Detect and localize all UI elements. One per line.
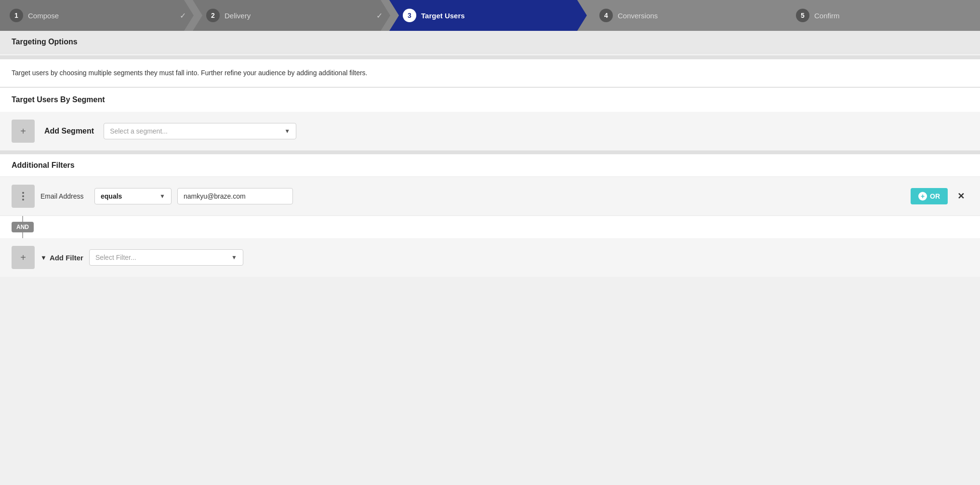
add-filter-icon[interactable]: + xyxy=(12,246,35,269)
segment-add-icon[interactable]: + xyxy=(12,120,35,143)
checkmark-delivery: ✓ xyxy=(376,11,383,20)
operator-dropdown[interactable]: equals ▼ xyxy=(94,188,172,204)
operator-dropdown-arrow: ▼ xyxy=(159,193,165,200)
step-number-1: 1 xyxy=(10,9,23,22)
filter-placeholder: Select Filter... xyxy=(95,254,136,261)
filter-name-email: Email Address xyxy=(40,192,89,200)
remove-filter-button[interactable]: ✕ xyxy=(954,189,968,203)
segment-section-header: Target Users By Segment xyxy=(0,88,980,112)
additional-filters-section: Additional Filters Email Address equals … xyxy=(0,154,980,277)
step-number-2: 2 xyxy=(206,9,220,22)
filter-value-input[interactable] xyxy=(177,188,293,204)
filter-drag-handle[interactable] xyxy=(12,185,35,208)
add-filter-text: Add Filter xyxy=(50,254,83,262)
step-label-target-users: Target Users xyxy=(421,12,465,20)
step-number-5: 5 xyxy=(796,9,809,22)
segment-placeholder: Select a segment... xyxy=(110,127,168,135)
wizard-step-conversions[interactable]: 4 Conversions xyxy=(586,0,783,31)
section-divider-1 xyxy=(0,55,980,59)
add-segment-label: Add Segment xyxy=(44,127,94,135)
checkmark-compose: ✓ xyxy=(180,11,186,20)
step-number-4: 4 xyxy=(599,9,613,22)
filters-section-header: Additional Filters xyxy=(0,154,980,177)
targeting-options-header: Targeting Options xyxy=(0,31,980,54)
and-badge: AND xyxy=(12,222,34,232)
filter-dropdown[interactable]: Select Filter... ▼ xyxy=(89,249,243,266)
targeting-options-title: Targeting Options xyxy=(12,38,78,46)
filters-section-title: Additional Filters xyxy=(12,161,75,169)
segment-dropdown-arrow: ▼ xyxy=(284,128,290,135)
description-text: Target users by choosing multiple segmen… xyxy=(12,69,368,77)
connector-line-bottom xyxy=(22,232,23,238)
add-segment-row: + Add Segment Select a segment... ▼ xyxy=(0,112,980,150)
connector-line-top xyxy=(22,216,23,222)
description-section: Target users by choosing multiple segmen… xyxy=(0,59,980,87)
filter-dropdown-arrow: ▼ xyxy=(231,254,237,261)
step-number-3: 3 xyxy=(403,9,416,22)
or-button[interactable]: + OR xyxy=(911,188,948,204)
step-label-delivery: Delivery xyxy=(225,12,251,20)
wizard-step-target-users[interactable]: 3 Target Users xyxy=(389,0,587,31)
add-filter-row: + ▼ Add Filter Select Filter... ▼ xyxy=(0,238,980,277)
wizard-bar: 1 Compose ✓ 2 Delivery ✓ 3 Target Users … xyxy=(0,0,980,31)
step-label-confirm: Confirm xyxy=(814,12,840,20)
target-by-segment-section: Target Users By Segment + Add Segment Se… xyxy=(0,87,980,150)
drag-dots-icon xyxy=(22,192,24,201)
add-filter-label: ▼ Add Filter xyxy=(40,254,83,262)
or-plus-icon: + xyxy=(918,192,927,201)
email-filter-row: Email Address equals ▼ + OR ✕ xyxy=(0,177,980,216)
wizard-step-delivery[interactable]: 2 Delivery ✓ xyxy=(193,0,390,31)
filter-funnel-icon: ▼ xyxy=(40,254,47,261)
step-label-conversions: Conversions xyxy=(618,12,658,20)
segment-section-title: Target Users By Segment xyxy=(12,95,105,104)
and-connector-container: AND xyxy=(0,216,980,238)
step-label-compose: Compose xyxy=(28,12,59,20)
operator-value: equals xyxy=(101,192,122,200)
or-button-label: OR xyxy=(930,192,940,200)
wizard-step-confirm[interactable]: 5 Confirm xyxy=(782,0,980,31)
segment-dropdown[interactable]: Select a segment... ▼ xyxy=(104,123,296,139)
section-divider-2 xyxy=(0,150,980,154)
wizard-step-compose[interactable]: 1 Compose ✓ xyxy=(0,0,194,31)
targeting-options-section: Targeting Options xyxy=(0,31,980,54)
main-content: Targeting Options Target users by choosi… xyxy=(0,31,980,277)
